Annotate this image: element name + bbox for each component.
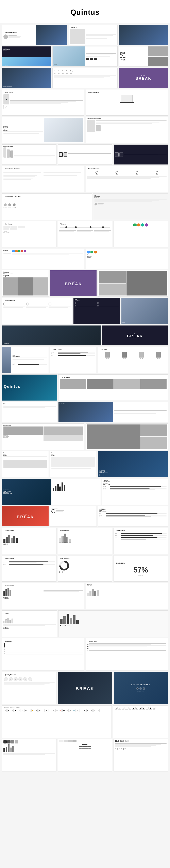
slide-bottom2 [58,739,112,772]
slide-dark-bg-people: Team photo [2,325,101,346]
slide-meet-team: MeetTheGreatTeam [119,46,168,66]
slide-customers-right: OurCustomersFeedback [93,193,168,220]
slide-timeline: Timeline [58,221,112,247]
slide-pablo: Balloree [52,46,118,66]
slide-charts9: Charts Prognosis2019 edition [2,611,57,637]
slide-quality-process: Quality Process 1 2 3 4 5 6 [2,672,56,704]
slide-creative: Creative Business Showcase Photography [2,46,51,66]
icon-download: ↓ [80,709,82,712]
icon-minus: − [49,709,51,712]
slide-quintus-branded: Quintus Presentation Template [2,374,57,401]
slide-review: Review From Customers " John Doe [2,193,92,220]
icon-edit: ✏ [66,709,69,712]
slide-inspire-2: NoLimitProject [50,451,97,477]
slide-dark-watches [114,145,168,165]
slide-charts4: Charts Slides Cat A Cat B Cat C [2,555,56,582]
icon-v8: ● [139,707,142,710]
slide-services-dark: OurServices [73,298,120,324]
slide-charts5: Charts Slides A B [58,555,112,582]
slide-tablet-features: Tablet App Features Desktop [86,117,168,143]
icon-arrow: → [52,709,55,712]
icon-v2: △ [118,707,121,710]
icon-mail: ✉ [25,709,27,712]
icon-settings: ⚙ [21,709,24,712]
icon-v11: ⬟ [149,707,152,710]
slide-vector-icons2: ◇ △ ○ □ ☆ ♦ ▲ ● ■ ✦ ⬟ ⬡ [113,705,168,738]
icon-v7: ▲ [135,707,138,710]
slide-timeline-hexagons [114,221,168,247]
slide-icons-row: Item 1 Item 2 Item 3 Item 4 [52,68,118,88]
slide-thinking: THINKINGCREATIVELYLAYOUTSEASY TO EDIT De… [98,506,168,526]
slide-pablo-winter: MeetPablo Winter Design Code [2,347,49,373]
icon-lock: 🔒 [31,709,34,712]
icon-warning: ⚠ [93,709,96,712]
slide-features-left: FeaturesDesign &DigitalDesktop [2,117,84,143]
icon-chart: 📊 [59,709,62,712]
icon-home: ⌂ [4,709,7,712]
slide-best: TheBest [2,402,57,422]
icon-v1: ◇ [115,707,118,710]
slide-charts8: Prognosis2019 edition [86,583,168,609]
slide-team-skills: Team + Skills Design Dev UX [50,347,97,373]
icon-search: ⚲ [17,709,20,712]
icon-refresh: ↻ [86,709,89,712]
slide-the-break-1: THE BREAK [119,68,168,88]
slide-images-right [98,270,168,297]
slide-project-gallery [86,424,168,450]
slide-progress-1: THINKINGCREATIVELYLAYOUTSEASY TO EDIT [2,478,101,505]
slide-the-break-dark2: THE BREAK [102,325,168,346]
slide-business-model: Business Model $ ★ ◆ [2,298,72,324]
slide-images-layout: ImagesPlaceholderLayout [2,270,49,297]
slide-investment: Investment In [50,506,97,526]
slide-mobile: Mobile App Features [2,145,56,165]
icon-v4: □ [125,707,128,710]
icon-star: ★ [11,709,13,712]
slide-grid: Welcome Message [0,23,170,774]
slide-the-break-dark3: THE BREAK [58,672,112,704]
slide-charts7: Charts Slides [2,583,84,609]
icon-help: ? [97,709,99,712]
icon-v10: ✦ [146,707,148,710]
slide-charts3: Charts Slides 2019 2018 2017 [114,528,168,554]
icon-user: ♟ [7,709,10,712]
icon-share: ↑ [76,709,79,712]
icon-v9: ■ [142,707,145,710]
icon-v6: ♦ [132,707,135,710]
slide-charts1: Charts Slides [2,528,56,554]
slide-get-connected: Get Connected f t in info@quintus.com [114,672,168,704]
slide-bottom3 [114,739,168,772]
slide-our-project: Our Project [58,402,168,422]
icon-v5: ☆ [129,707,131,710]
slide-person-photo: Portrait [121,298,168,324]
slide-bullet-points: Bullet Points [86,638,168,671]
slide-about: About Us [69,25,118,45]
icon-info: ℹ [90,709,93,712]
icon-map: ◎ [55,709,58,712]
icon-link: 🔗 [73,709,76,712]
slide-the-team: The Team John Doe Jane Doe Tom Way [98,347,168,373]
slide-inspire-3: INSPIREPROGRESS [98,451,168,477]
icon-trash: 🗑 [69,709,72,712]
slide-to-do-list: To Do List [2,638,84,671]
slide-our-partners: Our Partners John Doe CEO - Company [2,221,56,247]
icon-plus: + [45,709,48,712]
page-title: Quintus [0,0,170,23]
slide-the-break-purple: THE BREAK [50,270,97,297]
icon-phone: ✆ [28,709,31,712]
slide-progress-2: THINKINGCREATIVELYLAYOUTSEASY TO EDIT It… [102,478,168,505]
icon-cloud: ☁ [38,709,41,712]
slide-charts2: Charts Slides [58,528,112,554]
slide-nature1 [119,25,168,45]
icon-heart: ♥ [14,709,17,712]
slide-timeline-2: Urbanism [2,249,84,269]
slide-city-big: Urban Photography [2,68,51,88]
icon-upload: ⬆ [83,709,86,712]
icon-check: ✓ [42,709,45,712]
slide-charts-right: Series A Series B [58,611,168,637]
icon-flag: ⚑ [35,709,38,712]
slide-product-process: Product Process 1 Step 2 Step 3 Step [86,166,168,192]
slide-minimal-vector-icons: Minimal Vector Icons ⌂ ♟ ★ ♥ ⚲ ⚙ ✉ ✆ 🔒 ⚑… [2,705,112,738]
slide-latest-works: Latest Works [58,374,168,401]
slide-charts6: Charts Slides 57% Growth Rate [114,555,168,582]
slide-pres-overview: Presentation Overview [2,166,84,192]
